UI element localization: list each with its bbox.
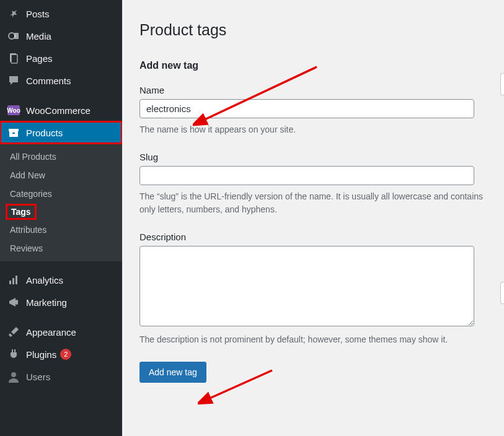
svg-rect-7 bbox=[9, 281, 11, 284]
svg-point-0 bbox=[9, 33, 15, 39]
svg-line-13 bbox=[207, 370, 272, 399]
submenu-categories[interactable]: Categories bbox=[0, 185, 122, 203]
sidebar-item-analytics[interactable]: Analytics bbox=[0, 269, 122, 291]
slug-label: Slug bbox=[139, 152, 487, 162]
main-content: Product tags Add new tag Name The name i… bbox=[122, 0, 504, 436]
svg-rect-1 bbox=[14, 33, 19, 39]
sidebar-item-label: Media bbox=[26, 31, 51, 41]
sidebar-item-label: Marketing bbox=[26, 297, 67, 308]
analytics-icon bbox=[7, 274, 20, 286]
brush-icon bbox=[7, 326, 20, 338]
sidebar-item-appearance[interactable]: Appearance bbox=[0, 321, 122, 343]
description-label: Description bbox=[139, 232, 487, 242]
submenu-tags[interactable]: Tags bbox=[7, 206, 35, 218]
comment-icon bbox=[7, 74, 20, 87]
user-icon bbox=[7, 370, 20, 383]
megaphone-icon bbox=[7, 296, 20, 308]
sidebar-item-label: Users bbox=[26, 372, 50, 382]
submenu-attributes[interactable]: Attributes bbox=[0, 220, 122, 239]
sidebar-item-users[interactable]: Users bbox=[0, 365, 122, 383]
name-label: Name bbox=[139, 85, 487, 95]
submenu-add-new[interactable]: Add New bbox=[0, 166, 122, 185]
media-icon bbox=[7, 30, 20, 42]
sidebar-item-comments[interactable]: Comments bbox=[0, 69, 122, 92]
sidebar-item-label: Plugins bbox=[26, 349, 56, 360]
svg-rect-9 bbox=[15, 276, 17, 284]
pin-icon bbox=[7, 7, 20, 20]
sidebar-item-pages[interactable]: Pages bbox=[0, 47, 122, 69]
sidebar-item-woocommerce[interactable]: Woo WooCommerce bbox=[0, 99, 122, 121]
products-submenu: All Products Add New Categories Tags Att… bbox=[0, 144, 122, 261]
submenu-all-products[interactable]: All Products bbox=[0, 147, 122, 166]
annotation-arrow bbox=[198, 365, 278, 409]
page-title: Product tags bbox=[139, 21, 487, 39]
svg-rect-6 bbox=[12, 133, 15, 134]
section-heading: Add new tag bbox=[139, 60, 487, 71]
sidebar-item-label: Products bbox=[26, 128, 63, 138]
svg-point-11 bbox=[11, 372, 16, 377]
sidebar-item-media[interactable]: Media bbox=[0, 25, 122, 47]
plug-icon bbox=[7, 348, 20, 360]
woo-icon: Woo bbox=[7, 104, 20, 116]
sidebar-item-label: Appearance bbox=[26, 327, 76, 338]
description-hint: The description is not prominent by defa… bbox=[139, 333, 487, 346]
sidebar-item-products[interactable]: Products bbox=[0, 121, 122, 144]
offscreen-panel-fragment bbox=[500, 73, 504, 95]
description-input[interactable] bbox=[139, 246, 474, 326]
name-input[interactable] bbox=[139, 99, 474, 118]
page-icon bbox=[7, 52, 20, 64]
submenu-reviews[interactable]: Reviews bbox=[0, 239, 122, 258]
sidebar-item-label: Pages bbox=[26, 53, 53, 64]
svg-rect-5 bbox=[9, 131, 18, 137]
plugin-update-count: 2 bbox=[60, 349, 71, 360]
svg-rect-8 bbox=[12, 278, 14, 284]
name-hint: The name is how it appears on your site. bbox=[139, 123, 487, 136]
archive-icon bbox=[7, 126, 20, 139]
admin-sidebar: Posts Media Pages Comments Woo WooCommer… bbox=[0, 0, 122, 436]
sidebar-item-label: WooCommerce bbox=[26, 105, 91, 116]
add-new-tag-button[interactable]: Add new tag bbox=[139, 362, 206, 383]
sidebar-item-label: Comments bbox=[26, 76, 71, 86]
sidebar-item-marketing[interactable]: Marketing bbox=[0, 291, 122, 313]
slug-hint: The “slug” is the URL-friendly version o… bbox=[139, 190, 487, 216]
slug-input[interactable] bbox=[139, 166, 474, 185]
sidebar-item-label: Posts bbox=[26, 9, 50, 19]
sidebar-item-label: Analytics bbox=[26, 275, 63, 286]
svg-rect-4 bbox=[9, 129, 19, 131]
sidebar-item-plugins[interactable]: Plugins 2 bbox=[0, 343, 122, 365]
sidebar-item-posts[interactable]: Posts bbox=[0, 2, 122, 25]
offscreen-panel-fragment bbox=[500, 282, 504, 304]
svg-rect-10 bbox=[15, 300, 18, 305]
svg-rect-3 bbox=[11, 54, 17, 63]
